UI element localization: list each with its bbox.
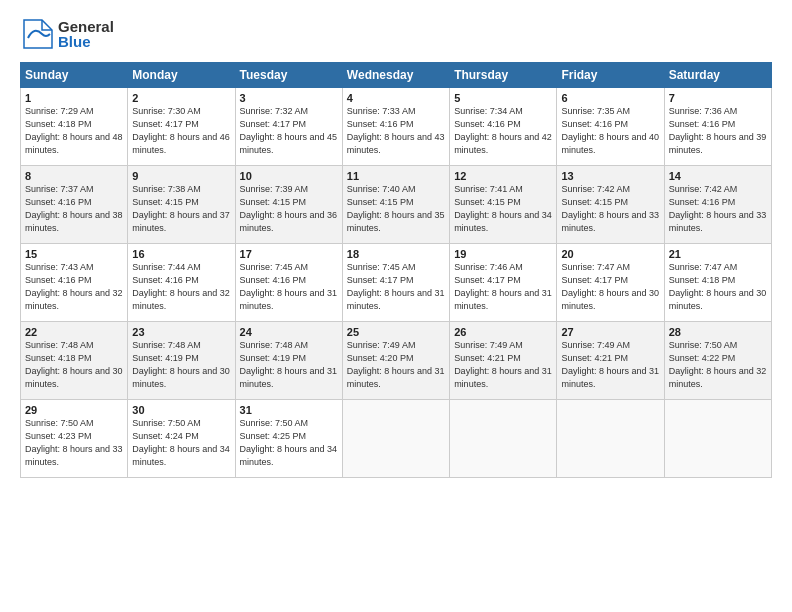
day-info: Sunrise: 7:30 AMSunset: 4:17 PMDaylight:…: [132, 105, 230, 157]
week-row-2: 8Sunrise: 7:37 AMSunset: 4:16 PMDaylight…: [21, 166, 772, 244]
day-info: Sunrise: 7:50 AMSunset: 4:23 PMDaylight:…: [25, 417, 123, 469]
day-number: 16: [132, 248, 230, 260]
page: General Blue Sunday Monday Tuesday Wedne…: [0, 0, 792, 612]
day-info: Sunrise: 7:34 AMSunset: 4:16 PMDaylight:…: [454, 105, 552, 157]
day-info: Sunrise: 7:35 AMSunset: 4:16 PMDaylight:…: [561, 105, 659, 157]
week-row-4: 22Sunrise: 7:48 AMSunset: 4:18 PMDayligh…: [21, 322, 772, 400]
header: General Blue: [20, 16, 772, 52]
day-info: Sunrise: 7:33 AMSunset: 4:16 PMDaylight:…: [347, 105, 445, 157]
day-number: 17: [240, 248, 338, 260]
day-info: Sunrise: 7:42 AMSunset: 4:15 PMDaylight:…: [561, 183, 659, 235]
day-cell: 5Sunrise: 7:34 AMSunset: 4:16 PMDaylight…: [450, 88, 557, 166]
day-cell: 14Sunrise: 7:42 AMSunset: 4:16 PMDayligh…: [664, 166, 771, 244]
day-number: 15: [25, 248, 123, 260]
day-number: 22: [25, 326, 123, 338]
day-info: Sunrise: 7:42 AMSunset: 4:16 PMDaylight:…: [669, 183, 767, 235]
day-cell: 22Sunrise: 7:48 AMSunset: 4:18 PMDayligh…: [21, 322, 128, 400]
day-number: 11: [347, 170, 445, 182]
day-cell: 26Sunrise: 7:49 AMSunset: 4:21 PMDayligh…: [450, 322, 557, 400]
day-info: Sunrise: 7:43 AMSunset: 4:16 PMDaylight:…: [25, 261, 123, 313]
day-info: Sunrise: 7:47 AMSunset: 4:17 PMDaylight:…: [561, 261, 659, 313]
day-cell: 23Sunrise: 7:48 AMSunset: 4:19 PMDayligh…: [128, 322, 235, 400]
col-monday: Monday: [128, 63, 235, 88]
day-info: Sunrise: 7:49 AMSunset: 4:21 PMDaylight:…: [454, 339, 552, 391]
day-cell: 15Sunrise: 7:43 AMSunset: 4:16 PMDayligh…: [21, 244, 128, 322]
day-number: 8: [25, 170, 123, 182]
day-cell: 28Sunrise: 7:50 AMSunset: 4:22 PMDayligh…: [664, 322, 771, 400]
day-info: Sunrise: 7:49 AMSunset: 4:20 PMDaylight:…: [347, 339, 445, 391]
day-number: 20: [561, 248, 659, 260]
day-cell: 12Sunrise: 7:41 AMSunset: 4:15 PMDayligh…: [450, 166, 557, 244]
day-cell: 30Sunrise: 7:50 AMSunset: 4:24 PMDayligh…: [128, 400, 235, 478]
day-cell: 27Sunrise: 7:49 AMSunset: 4:21 PMDayligh…: [557, 322, 664, 400]
day-cell: 29Sunrise: 7:50 AMSunset: 4:23 PMDayligh…: [21, 400, 128, 478]
day-info: Sunrise: 7:48 AMSunset: 4:18 PMDaylight:…: [25, 339, 123, 391]
day-cell: [557, 400, 664, 478]
header-row: Sunday Monday Tuesday Wednesday Thursday…: [21, 63, 772, 88]
week-row-1: 1Sunrise: 7:29 AMSunset: 4:18 PMDaylight…: [21, 88, 772, 166]
day-number: 25: [347, 326, 445, 338]
day-cell: 31Sunrise: 7:50 AMSunset: 4:25 PMDayligh…: [235, 400, 342, 478]
day-info: Sunrise: 7:39 AMSunset: 4:15 PMDaylight:…: [240, 183, 338, 235]
day-info: Sunrise: 7:40 AMSunset: 4:15 PMDaylight:…: [347, 183, 445, 235]
day-number: 23: [132, 326, 230, 338]
day-info: Sunrise: 7:50 AMSunset: 4:22 PMDaylight:…: [669, 339, 767, 391]
day-info: Sunrise: 7:50 AMSunset: 4:24 PMDaylight:…: [132, 417, 230, 469]
day-number: 2: [132, 92, 230, 104]
logo: General Blue: [20, 16, 114, 52]
day-number: 10: [240, 170, 338, 182]
day-cell: 11Sunrise: 7:40 AMSunset: 4:15 PMDayligh…: [342, 166, 449, 244]
col-tuesday: Tuesday: [235, 63, 342, 88]
day-cell: 10Sunrise: 7:39 AMSunset: 4:15 PMDayligh…: [235, 166, 342, 244]
day-number: 28: [669, 326, 767, 338]
day-number: 9: [132, 170, 230, 182]
day-cell: [664, 400, 771, 478]
day-info: Sunrise: 7:45 AMSunset: 4:16 PMDaylight:…: [240, 261, 338, 313]
day-info: Sunrise: 7:49 AMSunset: 4:21 PMDaylight:…: [561, 339, 659, 391]
day-info: Sunrise: 7:46 AMSunset: 4:17 PMDaylight:…: [454, 261, 552, 313]
day-number: 18: [347, 248, 445, 260]
day-info: Sunrise: 7:37 AMSunset: 4:16 PMDaylight:…: [25, 183, 123, 235]
day-number: 24: [240, 326, 338, 338]
day-number: 4: [347, 92, 445, 104]
day-number: 3: [240, 92, 338, 104]
day-cell: 3Sunrise: 7:32 AMSunset: 4:17 PMDaylight…: [235, 88, 342, 166]
day-cell: 8Sunrise: 7:37 AMSunset: 4:16 PMDaylight…: [21, 166, 128, 244]
day-cell: 7Sunrise: 7:36 AMSunset: 4:16 PMDaylight…: [664, 88, 771, 166]
day-number: 5: [454, 92, 552, 104]
day-info: Sunrise: 7:48 AMSunset: 4:19 PMDaylight:…: [240, 339, 338, 391]
day-cell: 21Sunrise: 7:47 AMSunset: 4:18 PMDayligh…: [664, 244, 771, 322]
day-cell: 24Sunrise: 7:48 AMSunset: 4:19 PMDayligh…: [235, 322, 342, 400]
day-cell: 25Sunrise: 7:49 AMSunset: 4:20 PMDayligh…: [342, 322, 449, 400]
day-number: 29: [25, 404, 123, 416]
day-info: Sunrise: 7:47 AMSunset: 4:18 PMDaylight:…: [669, 261, 767, 313]
day-cell: 16Sunrise: 7:44 AMSunset: 4:16 PMDayligh…: [128, 244, 235, 322]
col-thursday: Thursday: [450, 63, 557, 88]
day-cell: 13Sunrise: 7:42 AMSunset: 4:15 PMDayligh…: [557, 166, 664, 244]
day-number: 30: [132, 404, 230, 416]
week-row-5: 29Sunrise: 7:50 AMSunset: 4:23 PMDayligh…: [21, 400, 772, 478]
day-info: Sunrise: 7:38 AMSunset: 4:15 PMDaylight:…: [132, 183, 230, 235]
day-cell: 6Sunrise: 7:35 AMSunset: 4:16 PMDaylight…: [557, 88, 664, 166]
day-number: 27: [561, 326, 659, 338]
day-info: Sunrise: 7:44 AMSunset: 4:16 PMDaylight:…: [132, 261, 230, 313]
day-cell: 2Sunrise: 7:30 AMSunset: 4:17 PMDaylight…: [128, 88, 235, 166]
day-cell: [342, 400, 449, 478]
day-info: Sunrise: 7:50 AMSunset: 4:25 PMDaylight:…: [240, 417, 338, 469]
day-cell: 9Sunrise: 7:38 AMSunset: 4:15 PMDaylight…: [128, 166, 235, 244]
day-number: 26: [454, 326, 552, 338]
day-info: Sunrise: 7:29 AMSunset: 4:18 PMDaylight:…: [25, 105, 123, 157]
day-cell: 18Sunrise: 7:45 AMSunset: 4:17 PMDayligh…: [342, 244, 449, 322]
day-info: Sunrise: 7:32 AMSunset: 4:17 PMDaylight:…: [240, 105, 338, 157]
day-cell: [450, 400, 557, 478]
day-info: Sunrise: 7:36 AMSunset: 4:16 PMDaylight:…: [669, 105, 767, 157]
day-number: 13: [561, 170, 659, 182]
week-row-3: 15Sunrise: 7:43 AMSunset: 4:16 PMDayligh…: [21, 244, 772, 322]
day-info: Sunrise: 7:41 AMSunset: 4:15 PMDaylight:…: [454, 183, 552, 235]
col-saturday: Saturday: [664, 63, 771, 88]
col-sunday: Sunday: [21, 63, 128, 88]
calendar-table: Sunday Monday Tuesday Wednesday Thursday…: [20, 62, 772, 478]
day-number: 21: [669, 248, 767, 260]
day-cell: 17Sunrise: 7:45 AMSunset: 4:16 PMDayligh…: [235, 244, 342, 322]
day-info: Sunrise: 7:48 AMSunset: 4:19 PMDaylight:…: [132, 339, 230, 391]
